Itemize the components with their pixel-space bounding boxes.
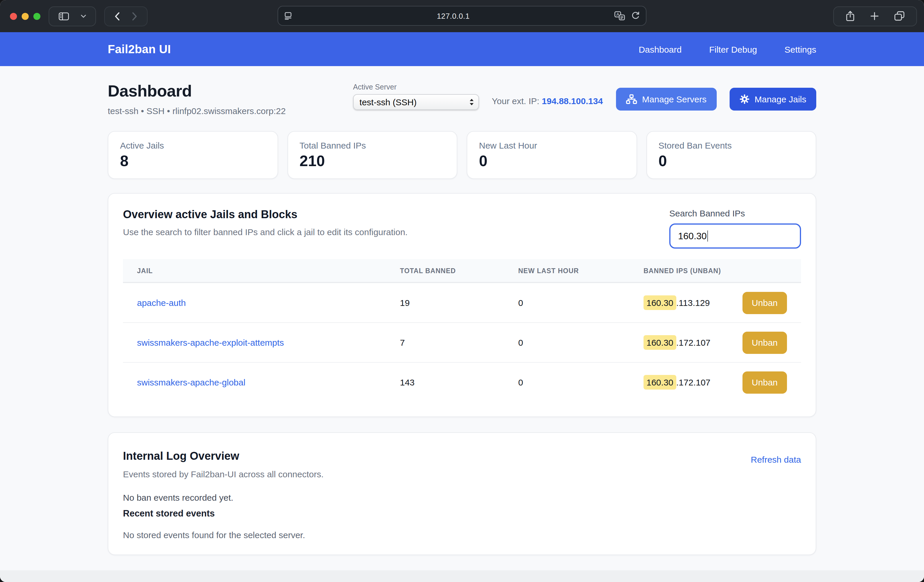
unban-button[interactable]: Unban <box>742 292 787 314</box>
ip-rest: .172.107 <box>676 377 711 387</box>
ip-match-highlight: 160.30 <box>644 375 676 390</box>
stat-cards: Active Jails 8 Total Banned IPs 210 New … <box>108 131 816 179</box>
manage-servers-label: Manage Servers <box>642 94 706 104</box>
stat-label: New Last Hour <box>479 140 624 150</box>
active-server-value: test-ssh (SSH) <box>360 97 469 107</box>
no-ban-events-text: No ban events recorded yet. <box>123 493 801 503</box>
close-window-button[interactable] <box>10 13 17 20</box>
jail-link[interactable]: apache-auth <box>137 298 186 307</box>
col-new-last-hour: New last hour <box>504 267 629 274</box>
stat-card-new-last-hour: New Last Hour 0 <box>467 131 637 179</box>
translate-icon[interactable]: A <box>614 11 625 21</box>
internal-log-card: Internal Log Overview Refresh data Event… <box>108 432 816 555</box>
new-tab-icon[interactable] <box>866 7 883 25</box>
no-stored-events-text: No stored events found for the selected … <box>123 530 801 540</box>
ip-rest: .113.129 <box>676 298 710 307</box>
gear-icon <box>739 94 749 104</box>
stat-label: Active Jails <box>120 140 266 150</box>
page-title: Dashboard <box>108 82 286 100</box>
sidebar-icon[interactable] <box>55 7 73 25</box>
table-row: apache-auth 19 0 160.30.113.129 Unban <box>123 283 801 322</box>
banned-ip: 160.30.172.107 <box>644 335 711 350</box>
banned-ip: 160.30.172.107 <box>644 375 711 390</box>
banned-ip-cell: 160.30.113.129 Unban <box>629 292 801 314</box>
text-caret <box>707 230 708 242</box>
app-brand[interactable]: Fail2ban UI <box>108 43 171 56</box>
new-last-hour-cell: 0 <box>504 377 629 387</box>
page-header: Dashboard test-ssh • SSH • rlinfp02.swis… <box>108 82 816 116</box>
table-row: swissmakers-apache-global 143 0 160.30.1… <box>123 362 801 402</box>
url-text: 127.0.0.1 <box>292 12 614 20</box>
col-jail: Jail <box>123 267 386 274</box>
stat-label: Total Banned IPs <box>300 140 445 150</box>
screen: 127.0.0.1 A <box>0 0 924 582</box>
sidebar-toggle-group <box>49 6 96 26</box>
total-banned-cell: 143 <box>386 377 504 387</box>
table-row: swissmakers-apache-exploit-attempts 7 0 … <box>123 322 801 362</box>
reload-icon[interactable] <box>631 11 640 20</box>
nav-arrows-group <box>104 6 148 26</box>
overview-title: Overview active Jails and Blocks <box>123 208 408 221</box>
refresh-data-link[interactable]: Refresh data <box>751 454 801 464</box>
stat-card-total-banned: Total Banned IPs 210 <box>287 131 457 179</box>
total-banned-cell: 19 <box>386 298 504 307</box>
page-subtitle: test-ssh • SSH • rlinfp02.swissmakers.co… <box>108 106 286 116</box>
sitemap-icon <box>626 94 637 104</box>
jails-table: Jail Total banned New last hour Banned I… <box>123 259 801 402</box>
manage-jails-label: Manage Jails <box>754 94 806 104</box>
ip-match-highlight: 160.30 <box>644 295 676 310</box>
ip-match-highlight: 160.30 <box>644 335 676 350</box>
log-subtitle: Events stored by Fail2ban-UI across all … <box>123 469 801 479</box>
nav-dashboard[interactable]: Dashboard <box>639 44 681 54</box>
unban-button[interactable]: Unban <box>742 371 787 393</box>
nav-filter-debug[interactable]: Filter Debug <box>709 44 757 54</box>
overview-subtitle: Use the search to filter banned IPs and … <box>123 227 408 237</box>
chevron-down-icon[interactable] <box>77 7 89 25</box>
jail-link[interactable]: swissmakers-apache-exploit-attempts <box>137 337 284 347</box>
banned-ip: 160.30.113.129 <box>644 295 710 310</box>
app-navbar: Fail2ban UI Dashboard Filter Debug Setti… <box>0 32 924 66</box>
banned-ip-cell: 160.30.172.107 Unban <box>629 371 801 393</box>
active-server-select[interactable]: test-ssh (SSH) <box>353 94 479 110</box>
total-banned-cell: 7 <box>386 337 504 347</box>
stat-value: 0 <box>479 152 624 170</box>
col-total-banned: Total banned <box>386 267 504 274</box>
browser-toolbar: 127.0.0.1 A <box>0 0 924 32</box>
new-last-hour-cell: 0 <box>504 337 629 347</box>
unban-button[interactable]: Unban <box>742 331 787 353</box>
col-banned-ips: Banned IPs (unban) <box>629 267 801 274</box>
ip-rest: .172.107 <box>676 337 711 347</box>
tabs-icon[interactable] <box>891 7 908 25</box>
external-ip: Your ext. IP: 194.88.100.134 <box>492 96 603 106</box>
search-banned-ips-input[interactable]: 160.30 <box>669 224 801 248</box>
search-banned-ips-label: Search Banned IPs <box>669 208 801 218</box>
address-bar[interactable]: 127.0.0.1 A <box>277 6 647 26</box>
stat-card-active-jails: Active Jails 8 <box>108 131 278 179</box>
reader-icon[interactable] <box>284 12 292 20</box>
table-header-row: Jail Total banned New last hour Banned I… <box>123 259 801 283</box>
external-ip-value[interactable]: 194.88.100.134 <box>542 96 603 106</box>
active-server-label: Active Server <box>353 83 479 91</box>
window-bottom-strip <box>0 570 924 582</box>
zoom-window-button[interactable] <box>33 13 40 20</box>
manage-servers-button[interactable]: Manage Servers <box>616 88 716 110</box>
back-icon[interactable] <box>111 7 124 25</box>
forward-icon[interactable] <box>128 7 141 25</box>
search-input-value: 160.30 <box>678 231 707 241</box>
nav-settings[interactable]: Settings <box>785 44 816 54</box>
banned-ip-cell: 160.30.172.107 Unban <box>629 331 801 353</box>
safari-window: 127.0.0.1 A <box>0 0 924 582</box>
external-ip-label: Your ext. IP: <box>492 96 539 106</box>
share-icon[interactable] <box>842 7 858 25</box>
select-stepper-icon <box>469 98 474 105</box>
app-nav: Dashboard Filter Debug Settings <box>639 44 816 54</box>
manage-jails-button[interactable]: Manage Jails <box>729 88 816 110</box>
stat-value: 210 <box>300 152 445 170</box>
stat-card-stored-ban-events: Stored Ban Events 0 <box>646 131 816 179</box>
jail-link[interactable]: swissmakers-apache-global <box>137 377 245 387</box>
stat-value: 8 <box>120 152 266 170</box>
toolbar-right-group <box>833 6 917 26</box>
overview-card: Overview active Jails and Blocks Use the… <box>108 193 816 417</box>
minimize-window-button[interactable] <box>21 13 29 20</box>
window-controls <box>10 13 40 20</box>
